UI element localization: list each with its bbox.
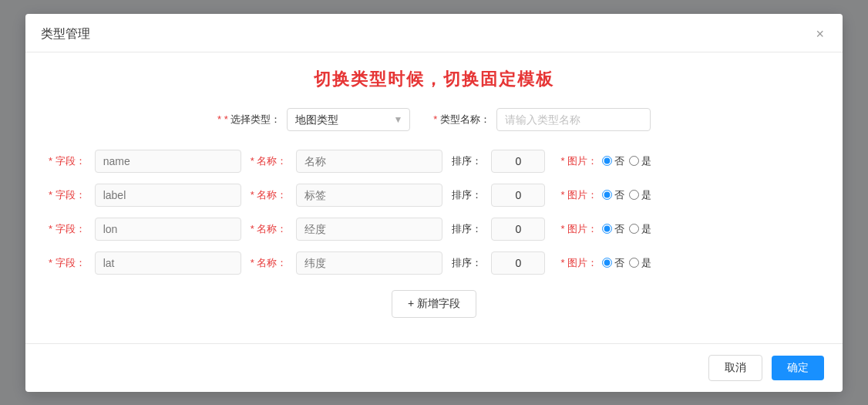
radio-group-0: 否 是 bbox=[602, 154, 651, 168]
fields-section: * 字段： * 名称： 排序： * 图片： 否 是 bbox=[49, 150, 819, 275]
name-input-0[interactable] bbox=[296, 150, 442, 173]
img-label-2: * 图片： bbox=[560, 222, 597, 236]
table-row: * 字段： * 名称： 排序： * 图片： 否 是 bbox=[49, 184, 819, 207]
radio-group-2: 否 是 bbox=[602, 222, 651, 236]
table-row: * 字段： * 名称： 排序： * 图片： 否 是 bbox=[49, 218, 819, 241]
modal-overlay: 类型管理 × 切换类型时候，切换固定模板 * 选择类型： 地图类型 列表类型 表 bbox=[0, 0, 868, 405]
radio-no-1[interactable]: 否 bbox=[602, 188, 624, 202]
type-select-label: * 选择类型： bbox=[217, 113, 281, 127]
table-row: * 字段： * 名称： 排序： * 图片： 否 是 bbox=[49, 150, 819, 173]
modal-body: 切换类型时候，切换固定模板 * 选择类型： 地图类型 列表类型 表单类型 ▼ bbox=[25, 52, 843, 343]
radio-yes-0[interactable]: 是 bbox=[629, 154, 651, 168]
img-label-0: * 图片： bbox=[560, 154, 597, 168]
type-name-input[interactable] bbox=[496, 108, 651, 131]
sort-input-1[interactable] bbox=[491, 184, 545, 207]
type-select-group: * 选择类型： 地图类型 列表类型 表单类型 ▼ bbox=[217, 108, 410, 131]
modal-footer: 取消 确定 bbox=[25, 343, 843, 392]
field-input-2[interactable] bbox=[95, 218, 241, 241]
img-group-1: * 图片： 否 是 bbox=[560, 188, 651, 202]
type-select-wrapper: 地图类型 列表类型 表单类型 ▼ bbox=[287, 108, 410, 131]
type-name-label: * 类型名称： bbox=[433, 113, 490, 127]
sort-input-3[interactable] bbox=[491, 251, 545, 275]
sort-label-1: 排序： bbox=[452, 188, 482, 202]
radio-group-1: 否 是 bbox=[602, 188, 651, 202]
radio-yes-2[interactable]: 是 bbox=[629, 222, 651, 236]
radio-no-2[interactable]: 否 bbox=[602, 222, 624, 236]
type-select[interactable]: 地图类型 列表类型 表单类型 bbox=[287, 108, 410, 131]
name-label-2: * 名称： bbox=[251, 222, 288, 236]
confirm-button[interactable]: 确定 bbox=[772, 356, 824, 380]
radio-group-3: 否 是 bbox=[602, 256, 651, 270]
sort-label-3: 排序： bbox=[452, 256, 482, 270]
field-label-1: * 字段： bbox=[49, 188, 86, 202]
field-label-3: * 字段： bbox=[49, 256, 86, 270]
modal-close-button[interactable]: × bbox=[812, 27, 827, 41]
field-input-0[interactable] bbox=[95, 150, 241, 173]
name-label-1: * 名称： bbox=[251, 188, 288, 202]
cancel-button[interactable]: 取消 bbox=[708, 355, 762, 381]
radio-yes-3[interactable]: 是 bbox=[629, 256, 651, 270]
modal-subtitle: 切换类型时候，切换固定模板 bbox=[49, 68, 819, 91]
name-label-0: * 名称： bbox=[251, 154, 288, 168]
sort-label-2: 排序： bbox=[452, 222, 482, 236]
table-row: * 字段： * 名称： 排序： * 图片： 否 是 bbox=[49, 251, 819, 275]
name-input-1[interactable] bbox=[296, 184, 442, 207]
name-input-2[interactable] bbox=[296, 218, 442, 241]
modal-title: 类型管理 bbox=[41, 26, 90, 42]
sort-label-0: 排序： bbox=[452, 154, 482, 168]
radio-yes-1[interactable]: 是 bbox=[629, 188, 651, 202]
radio-no-0[interactable]: 否 bbox=[602, 154, 624, 168]
img-group-3: * 图片： 否 是 bbox=[560, 256, 651, 270]
field-label-0: * 字段： bbox=[49, 154, 86, 168]
sort-input-2[interactable] bbox=[491, 218, 545, 241]
name-label-3: * 名称： bbox=[251, 256, 288, 270]
type-name-group: * 类型名称： bbox=[433, 108, 651, 131]
radio-no-3[interactable]: 否 bbox=[602, 256, 624, 270]
field-input-3[interactable] bbox=[95, 251, 241, 275]
modal-dialog: 类型管理 × 切换类型时候，切换固定模板 * 选择类型： 地图类型 列表类型 表 bbox=[25, 14, 843, 392]
img-label-3: * 图片： bbox=[560, 256, 597, 270]
modal-header: 类型管理 × bbox=[25, 14, 843, 52]
sort-input-0[interactable] bbox=[491, 150, 545, 173]
add-field-button[interactable]: + 新增字段 bbox=[392, 290, 476, 318]
name-input-3[interactable] bbox=[296, 251, 442, 275]
top-form: * 选择类型： 地图类型 列表类型 表单类型 ▼ * 类型名称： bbox=[49, 108, 819, 131]
img-group-2: * 图片： 否 是 bbox=[560, 222, 651, 236]
field-label-2: * 字段： bbox=[49, 222, 86, 236]
img-group-0: * 图片： 否 是 bbox=[560, 154, 651, 168]
img-label-1: * 图片： bbox=[560, 188, 597, 202]
field-input-1[interactable] bbox=[95, 184, 241, 207]
